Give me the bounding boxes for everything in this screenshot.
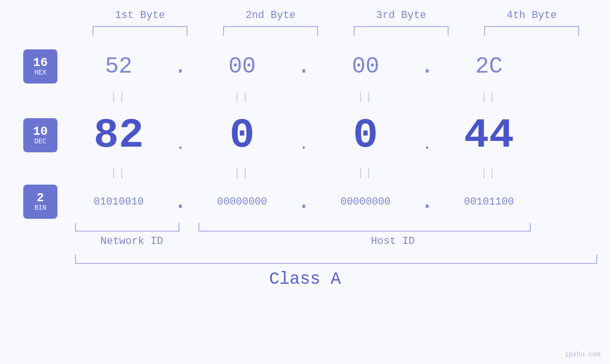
equals-2-3: || bbox=[313, 168, 418, 179]
bracket-top-2 bbox=[223, 26, 318, 36]
dot-bin-3: . bbox=[418, 189, 437, 215]
class-label: Class A bbox=[269, 270, 341, 289]
network-id-label: Network ID bbox=[75, 235, 189, 247]
badges-column: 16 HEX 10 DEC 2 BIN bbox=[0, 45, 66, 221]
dec-row: 82 . 0 . 0 . 44 bbox=[66, 107, 610, 164]
dot-bin-2: . bbox=[294, 189, 313, 215]
dec-val-1: 82 bbox=[66, 112, 171, 159]
dec-val-4: 44 bbox=[437, 112, 541, 159]
watermark: ipshu.com bbox=[564, 351, 601, 358]
equals-1-4: || bbox=[437, 92, 541, 103]
labels-row: Network ID Host ID bbox=[75, 235, 597, 247]
bracket-top-4 bbox=[484, 26, 579, 36]
header-byte3: 3rd Byte bbox=[349, 9, 453, 21]
dec-badge: 10 DEC bbox=[23, 118, 57, 152]
hex-val-4: 2C bbox=[437, 54, 541, 79]
header-byte4: 4th Byte bbox=[479, 9, 584, 21]
hex-val-1: 52 bbox=[66, 54, 171, 79]
bracket-bottom-net bbox=[75, 223, 179, 232]
bottom-section: Network ID Host ID bbox=[75, 223, 597, 247]
dec-badge-num: 10 bbox=[33, 125, 47, 138]
bracket-top-1 bbox=[93, 26, 188, 36]
dec-badge-label: DEC bbox=[34, 138, 46, 146]
dot-dec-3: . bbox=[418, 119, 437, 152]
byte-headers: 1st Byte 2nd Byte 3rd Byte 4th Byte bbox=[75, 9, 597, 21]
bin-badge: 2 BIN bbox=[23, 185, 57, 219]
dot-hex-1: . bbox=[171, 54, 190, 79]
dot-dec-2: . bbox=[294, 119, 313, 152]
hex-val-3: 00 bbox=[313, 54, 418, 79]
data-rows: 52 . 00 . 00 . 2C || || || || 82 bbox=[66, 45, 610, 221]
equals-1-1: || bbox=[66, 92, 171, 103]
bracket-bottom-host bbox=[198, 223, 531, 232]
hex-val-2: 00 bbox=[190, 54, 294, 79]
equals-row-1: || || || || bbox=[66, 88, 610, 107]
hex-row: 52 . 00 . 00 . 2C bbox=[66, 45, 610, 88]
header-byte1: 1st Byte bbox=[88, 9, 192, 21]
host-id-label: Host ID bbox=[189, 235, 597, 247]
bottom-brackets-row bbox=[75, 223, 597, 232]
dot-dec-1: . bbox=[171, 119, 190, 152]
dot-hex-2: . bbox=[294, 54, 313, 79]
equals-2-1: || bbox=[66, 168, 171, 179]
equals-2-4: || bbox=[437, 168, 541, 179]
bin-row: 01010010 . 00000000 . 00000000 . 0010110… bbox=[66, 183, 610, 221]
bin-badge-label: BIN bbox=[34, 204, 46, 212]
hex-badge-label: HEX bbox=[34, 69, 46, 77]
top-brackets bbox=[75, 26, 597, 36]
hex-badge-num: 16 bbox=[33, 56, 47, 69]
dec-val-2: 0 bbox=[190, 112, 294, 159]
main-container: 1st Byte 2nd Byte 3rd Byte 4th Byte 16 H… bbox=[0, 0, 610, 364]
bin-val-1: 01010010 bbox=[66, 196, 171, 208]
header-byte2: 2nd Byte bbox=[218, 9, 323, 21]
bracket-top-3 bbox=[354, 26, 449, 36]
hex-badge: 16 HEX bbox=[23, 49, 57, 84]
equals-row-2: || || || || bbox=[66, 164, 610, 183]
bottom-full-bracket bbox=[75, 254, 597, 264]
dot-bin-1: . bbox=[171, 189, 190, 215]
dec-val-3: 0 bbox=[313, 112, 418, 159]
bin-val-2: 00000000 bbox=[190, 196, 294, 208]
bin-val-4: 00101100 bbox=[437, 196, 541, 208]
equals-2-2: || bbox=[190, 168, 294, 179]
equals-1-3: || bbox=[313, 92, 418, 103]
bin-badge-num: 2 bbox=[37, 192, 44, 204]
bin-val-3: 00000000 bbox=[313, 196, 418, 208]
equals-1-2: || bbox=[190, 92, 294, 103]
dot-hex-3: . bbox=[418, 54, 437, 79]
